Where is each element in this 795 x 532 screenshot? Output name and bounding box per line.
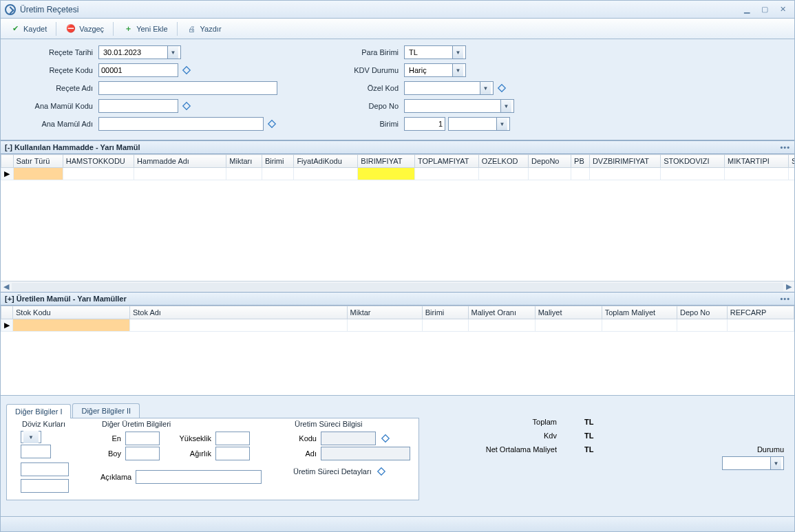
chevron-down-icon[interactable]: ▼ [770, 457, 781, 469]
scroll-right-icon[interactable]: ▶ [783, 282, 794, 291]
birimi-unit-select[interactable]: ▼ [448, 117, 510, 131]
ana-mamul-kodu-label: Ana Mamül Kodu [6, 102, 96, 110]
lookup-icon[interactable] [181, 100, 192, 111]
adi-input[interactable] [321, 447, 410, 460]
app-icon [5, 4, 16, 15]
agirlik-input[interactable] [215, 447, 250, 460]
para-birimi-label: Para Birimi [346, 48, 401, 56]
chevron-down-icon[interactable]: ▼ [167, 46, 178, 58]
lookup-icon[interactable] [181, 65, 192, 76]
col-header[interactable]: MIKTARTIPI [725, 155, 789, 168]
col-header[interactable]: DepoNo [529, 155, 571, 168]
en-label: En [100, 434, 121, 443]
col-header[interactable]: Stok Kodu [12, 306, 129, 319]
col-header[interactable]: TOPLAMFIYAT [414, 155, 478, 168]
cancel-button[interactable]: ⛔ Vazgeç [61, 21, 109, 36]
recete-kodu-input[interactable] [98, 63, 178, 77]
doviz-input-3[interactable] [21, 479, 69, 493]
col-header[interactable]: PB [571, 155, 590, 168]
col-header[interactable]: Satır Türü [13, 155, 63, 168]
doviz-input-1[interactable] [21, 445, 51, 458]
save-button[interactable]: ✔ Kaydet [5, 21, 52, 36]
col-header[interactable]: Miktar [347, 306, 422, 319]
col-header[interactable]: Birimi [262, 155, 293, 168]
chevron-down-icon[interactable]: ▼ [452, 46, 463, 58]
chevron-down-icon[interactable]: ▼ [480, 82, 491, 94]
chevron-down-icon[interactable]: ▼ [23, 431, 39, 443]
ozel-kod-select[interactable]: ▼ [404, 81, 494, 95]
recete-tarihi-input[interactable]: 30.01.2023 ▼ [98, 45, 181, 59]
col-header[interactable]: SATIR [789, 155, 795, 168]
chevron-down-icon[interactable]: ▼ [452, 64, 463, 76]
col-header[interactable]: Maliyet [535, 306, 602, 319]
ozel-kod-label: Özel Kod [346, 84, 401, 92]
section-uretilen-header[interactable]: [+] Üretilen Mamül - Yarı Mamüller ••• [1, 292, 794, 306]
lookup-icon[interactable] [266, 118, 277, 129]
kdv-durumu-select[interactable]: Hariç ▼ [404, 63, 466, 77]
doviz-input-2[interactable] [21, 462, 69, 476]
aciklama-input[interactable] [136, 470, 262, 484]
row-indicator: ▶ [1, 168, 14, 180]
sureci-title: Üretim Süreci Bilgisi [292, 420, 365, 428]
toolbar: ✔ Kaydet ⛔ Vazgeç ＋ Yeni Ekle 🖨 Yazdır [1, 19, 794, 39]
maximize-button[interactable]: ▢ [757, 3, 772, 16]
tab-diger-bilgiler-1[interactable]: Diğer Bilgiler I [6, 404, 71, 418]
recete-adi-input[interactable] [98, 81, 277, 95]
kdv-durumu-label: KDV Durumu [346, 66, 401, 74]
print-label: Yazdır [200, 25, 222, 33]
tab-diger-bilgiler-2[interactable]: Diğer Bilgiler II [72, 403, 140, 418]
para-birimi-select[interactable]: TL ▼ [404, 45, 466, 59]
col-header[interactable]: OZELKOD [478, 155, 528, 168]
print-button[interactable]: 🖨 Yazdır [182, 21, 226, 36]
col-header[interactable]: Maliyet Oranı [468, 306, 535, 319]
col-header[interactable]: REFCARP [727, 306, 794, 319]
recete-adi-label: Reçete Adı [6, 84, 96, 92]
uretilen-grid-wrap: Stok Kodu Stok Adı Miktar Birimi Maliyet… [1, 306, 794, 395]
recete-tarihi-label: Reçete Tarihi [6, 48, 96, 56]
close-button[interactable]: ✕ [775, 3, 790, 16]
col-header[interactable]: Birimi [422, 306, 468, 319]
lookup-icon[interactable] [380, 433, 391, 444]
ana-mamul-adi-input[interactable] [98, 117, 264, 131]
col-header[interactable]: Miktarı [226, 155, 262, 168]
table-row[interactable]: ▶ [1, 319, 794, 332]
scroll-track[interactable] [12, 283, 783, 291]
birimi-label: Birimi [346, 120, 401, 128]
detaylari-link[interactable]: Üretim Süreci Detayları [293, 467, 372, 476]
table-row[interactable]: ▶ [1, 168, 795, 180]
birimi-qty-input[interactable] [404, 117, 445, 131]
chevron-down-icon[interactable]: ▼ [500, 100, 511, 112]
net-label: Net Ortalama Maliyet [460, 445, 557, 454]
chevron-down-icon[interactable]: ▼ [496, 118, 507, 130]
minimize-button[interactable]: ▁ [739, 3, 754, 16]
col-header[interactable]: Hammadde Adı [134, 155, 226, 168]
en-input[interactable] [125, 432, 160, 445]
section-uretilen-title: [+] Üretilen Mamül - Yarı Mamüller [5, 295, 127, 303]
col-header[interactable]: HAMSTOKKODU [63, 155, 134, 168]
col-header[interactable]: FiyatAdiKodu [294, 155, 358, 168]
yukseklik-input[interactable] [215, 432, 250, 445]
col-header[interactable]: BIRIMFIYAT [358, 155, 415, 168]
doviz-dropdown[interactable]: ▼ [21, 431, 41, 443]
col-header[interactable]: DVZBIRIMFIYAT [589, 155, 660, 168]
hscrollbar[interactable]: ◀ ▶ [1, 281, 794, 292]
durumu-select[interactable]: ▼ [722, 456, 784, 470]
tabs-area: Diğer Bilgiler I Diğer Bilgiler II Döviz… [1, 395, 794, 516]
scroll-left-icon[interactable]: ◀ [1, 282, 12, 291]
ana-mamul-kodu-input[interactable] [98, 99, 178, 113]
lookup-icon[interactable] [496, 83, 507, 94]
new-button[interactable]: ＋ Yeni Ekle [118, 21, 172, 36]
separator [113, 22, 114, 36]
col-header[interactable]: STOKDOVIZI [661, 155, 725, 168]
section-hammadde-header[interactable]: [-] Kullanılan Hammadde - Yarı Mamül ••• [1, 140, 794, 154]
col-header[interactable]: Stok Adı [129, 306, 347, 319]
col-header[interactable]: Toplam Maliyet [602, 306, 677, 319]
boy-input[interactable] [125, 447, 160, 460]
hammadde-grid[interactable]: Satır Türü HAMSTOKKODU Hammadde Adı Mikt… [1, 154, 794, 281]
depo-no-select[interactable]: ▼ [404, 99, 514, 113]
kodu-label: Kodu [293, 434, 317, 443]
status-bar [1, 516, 794, 531]
lookup-icon[interactable] [376, 466, 387, 477]
col-header[interactable]: Depo No [677, 306, 728, 319]
kodu-input[interactable] [321, 432, 376, 445]
